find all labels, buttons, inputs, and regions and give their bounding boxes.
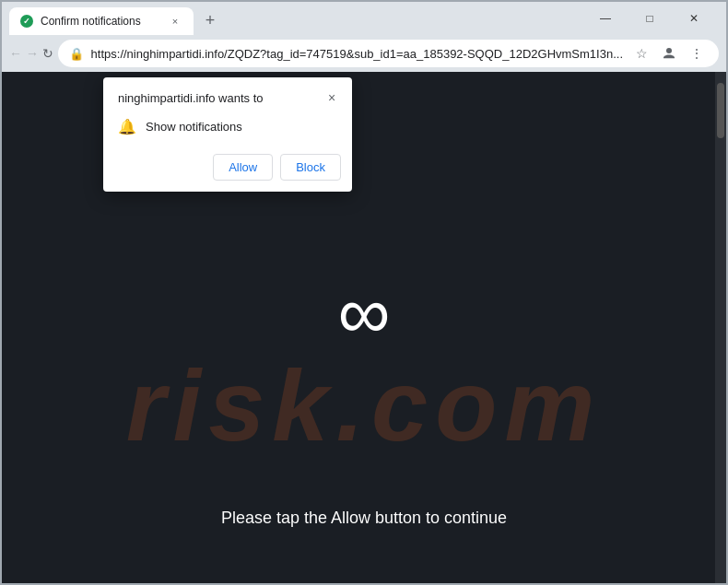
message-suffix: button to continue xyxy=(370,509,507,527)
window-controls: — □ ✕ xyxy=(584,4,719,33)
allow-button[interactable]: Allow xyxy=(213,154,273,181)
address-bar: ← → ↻ 🔒 https://ninghimpartidi.info/ZQDZ… xyxy=(2,35,726,72)
refresh-button[interactable]: ↻ xyxy=(42,41,54,66)
bookmark-icon[interactable]: ☆ xyxy=(630,42,652,64)
popup-description: Show notifications xyxy=(146,120,242,134)
page-message: Please tap the Allow button to continue xyxy=(221,509,507,528)
favicon-check-icon: ✓ xyxy=(23,17,30,26)
infinity-symbol: ∞ xyxy=(337,276,390,350)
viewport: risk.com ∞ Please tap the Allow button t… xyxy=(2,72,726,583)
lock-icon: 🔒 xyxy=(69,47,84,61)
new-tab-button[interactable]: + xyxy=(197,7,223,33)
scrollbar-thumb[interactable] xyxy=(717,83,724,138)
scrollbar[interactable] xyxy=(715,72,726,583)
notification-popup: ninghimpartidi.info wants to × 🔔 Show no… xyxy=(103,77,352,192)
popup-content: 🔔 Show notifications xyxy=(103,114,352,146)
popup-close-button[interactable]: × xyxy=(323,88,341,107)
address-icons: ☆ ⋮ xyxy=(630,42,708,64)
bell-icon: 🔔 xyxy=(118,118,136,135)
minimize-button[interactable]: — xyxy=(584,4,627,33)
forward-button[interactable]: → xyxy=(26,41,39,66)
address-input[interactable]: 🔒 https://ninghimpartidi.info/ZQDZ?tag_i… xyxy=(58,40,719,67)
favicon-circle: ✓ xyxy=(20,15,33,28)
tab-favicon: ✓ xyxy=(20,15,33,28)
popup-title: ninghimpartidi.info wants to xyxy=(118,91,264,105)
popup-header: ninghimpartidi.info wants to × xyxy=(103,77,352,114)
back-button[interactable]: ← xyxy=(9,41,22,66)
message-prefix: Please tap the xyxy=(221,509,331,527)
url-text: https://ninghimpartidi.info/ZQDZ?tag_id=… xyxy=(91,47,623,61)
active-tab[interactable]: ✓ Confirm notifications × xyxy=(9,7,194,35)
chrome-window: ✓ Confirm notifications × + — □ ✕ ← → ↻ … xyxy=(0,0,728,585)
menu-icon[interactable]: ⋮ xyxy=(686,42,708,64)
page-content: ∞ xyxy=(337,276,390,350)
tab-title: Confirm notifications xyxy=(41,15,160,28)
svg-point-0 xyxy=(666,48,672,53)
watermark: risk.com xyxy=(126,346,602,463)
tab-close-button[interactable]: × xyxy=(168,14,182,29)
tab-strip: ✓ Confirm notifications × + xyxy=(9,2,584,35)
account-icon[interactable] xyxy=(658,42,680,64)
message-bold: Allow xyxy=(331,509,370,527)
block-button[interactable]: Block xyxy=(280,154,341,181)
close-button[interactable]: ✕ xyxy=(673,4,715,33)
title-bar: ✓ Confirm notifications × + — □ ✕ xyxy=(2,2,726,35)
popup-actions: Allow Block xyxy=(103,146,352,192)
maximize-button[interactable]: □ xyxy=(628,4,671,33)
